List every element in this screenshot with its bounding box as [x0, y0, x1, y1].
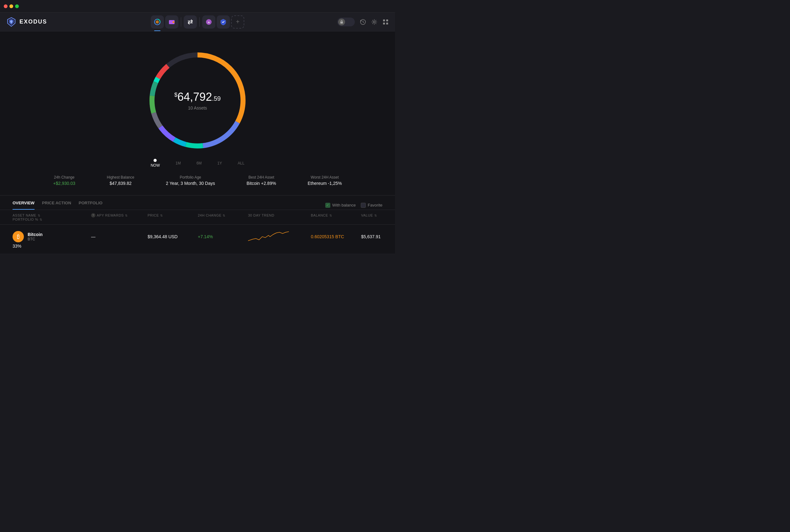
- apy-help-icon[interactable]: ?: [91, 213, 95, 217]
- stat-24h-change: 24h Change +$2,930.03: [53, 175, 75, 186]
- stat-highest-balance: Highest Balance $47,839.82: [107, 175, 134, 186]
- stat-worst-asset: Worst 24H Asset Ethereum -1,25%: [308, 175, 342, 186]
- svg-point-4: [156, 20, 159, 23]
- bitcoin-name: Bitcoin: [27, 232, 42, 237]
- portfolio-section: $64,792.59 10 Assets NOW 1M 6M 1Y ALL: [0, 41, 395, 195]
- gear-icon: [371, 19, 377, 25]
- minimize-window-button[interactable]: [10, 4, 13, 8]
- history-icon: [360, 19, 366, 25]
- th-asset-name[interactable]: ASSET NAME ⇅: [13, 213, 91, 217]
- logo: EXODUS: [6, 17, 47, 27]
- sort-asset-name-icon: ⇅: [38, 214, 40, 217]
- timeline-now[interactable]: NOW: [151, 159, 160, 168]
- th-value[interactable]: VALUE ⇅: [361, 213, 395, 217]
- exchange-icon: [187, 19, 194, 25]
- tab-overview[interactable]: OVERVIEW: [13, 201, 35, 210]
- sort-apy-icon: ⇅: [125, 214, 128, 217]
- donut-chart-container: $64,792.59 10 Assets: [144, 47, 251, 154]
- nav-add-button[interactable]: +: [231, 15, 244, 28]
- stat-24h-change-value: +$2,930.03: [53, 181, 75, 186]
- timeline-label-1y: 1Y: [217, 161, 222, 166]
- nav-exchange-button[interactable]: [184, 15, 197, 28]
- main-content: $64,792.59 10 Assets NOW 1M 6M 1Y ALL: [0, 32, 395, 254]
- app-title: EXODUS: [19, 19, 47, 25]
- timeline-1m[interactable]: 1M: [175, 161, 181, 166]
- donut-center-display: $64,792.59 10 Assets: [174, 90, 221, 111]
- with-balance-label: With balance: [332, 203, 356, 207]
- settings-button[interactable]: [371, 19, 377, 25]
- portfolio-icon: [154, 19, 161, 25]
- svg-text:N: N: [208, 21, 210, 24]
- nav-shield-button[interactable]: [217, 15, 230, 28]
- svg-rect-12: [383, 19, 385, 21]
- lock-icon: [340, 20, 343, 24]
- svg-rect-14: [383, 23, 385, 24]
- favorite-label: Favorite: [368, 203, 382, 207]
- grid-icon: [382, 19, 389, 25]
- nav-right: [337, 18, 389, 26]
- stat-portfolio-age-label: Portfolio Age: [166, 175, 215, 179]
- th-portfolio-pct[interactable]: PORTFOLIO % ⇅: [13, 217, 91, 221]
- timeline-selector: NOW 1M 6M 1Y ALL: [145, 159, 251, 168]
- shield-icon: [220, 19, 227, 25]
- bitcoin-ticker: BTC: [27, 237, 42, 241]
- timeline-all[interactable]: ALL: [238, 161, 244, 166]
- nav-nft-button[interactable]: N: [202, 15, 215, 28]
- history-button[interactable]: [360, 19, 366, 25]
- stat-best-asset-label: Best 24H Asset: [246, 175, 276, 179]
- wallet-icon: [168, 19, 175, 25]
- bitcoin-value: $5,637.91: [361, 234, 395, 239]
- th-balance[interactable]: BALANCE ⇅: [311, 213, 361, 217]
- grid-view-button[interactable]: [382, 19, 389, 25]
- th-apy-rewards[interactable]: ? APY REWARDS ⇅: [91, 213, 148, 217]
- bitcoin-apy: —: [91, 234, 148, 239]
- favorite-checkbox: [361, 203, 366, 208]
- timeline-6m[interactable]: 6M: [196, 161, 202, 166]
- bitcoin-icon: ₿: [13, 231, 24, 242]
- timeline-label-all: ALL: [238, 161, 244, 166]
- stat-highest-balance-value: $47,839.82: [107, 181, 134, 186]
- stat-best-asset-value: Bitcoin +2.89%: [246, 181, 276, 186]
- stat-worst-asset-value: Ethereum -1,25%: [308, 181, 342, 186]
- lock-knob: [338, 19, 345, 25]
- stats-row: 24h Change +$2,930.03 Highest Balance $4…: [25, 175, 370, 186]
- filter-with-balance[interactable]: ✓ With balance: [325, 203, 356, 208]
- maximize-window-button[interactable]: [15, 4, 19, 8]
- sort-value-icon: ⇅: [374, 214, 377, 217]
- bitcoin-name-container: Bitcoin BTC: [27, 232, 42, 241]
- portfolio-assets-count: 10 Assets: [174, 106, 221, 111]
- asset-cell-bitcoin: ₿ Bitcoin BTC: [13, 231, 91, 242]
- tabs-filters: ✓ With balance Favorite: [325, 203, 382, 208]
- tab-portfolio[interactable]: PORTFOLIO: [79, 201, 103, 210]
- timeline-1y[interactable]: 1Y: [217, 161, 222, 166]
- plus-icon: +: [236, 18, 240, 25]
- table-header: ASSET NAME ⇅ ? APY REWARDS ⇅ PRICE ⇅ 24H…: [0, 210, 395, 225]
- th-24h-change[interactable]: 24H CHANGE ⇅: [198, 213, 248, 217]
- bitcoin-balance: 0.60205315 BTC: [311, 234, 361, 239]
- tab-price-action[interactable]: PRICE ACTION: [42, 201, 71, 210]
- stat-portfolio-age: Portfolio Age 2 Year, 3 Month, 30 Days: [166, 175, 215, 186]
- bitcoin-portfolio-pct: 33%: [13, 244, 91, 249]
- timeline-dot-now: [153, 159, 157, 162]
- th-price[interactable]: PRICE ⇅: [148, 213, 198, 217]
- nav-wallet-button[interactable]: [165, 15, 178, 28]
- titlebar: [0, 0, 395, 13]
- bitcoin-24h-change: +7.14%: [198, 234, 248, 239]
- with-balance-checkbox: ✓: [325, 203, 330, 208]
- currency-symbol: $: [174, 92, 177, 98]
- stat-best-asset: Best 24H Asset Bitcoin +2.89%: [246, 175, 276, 186]
- svg-rect-9: [340, 22, 343, 23]
- close-window-button[interactable]: [4, 4, 7, 8]
- sort-price-icon: ⇅: [160, 214, 163, 217]
- nav-portfolio-button[interactable]: [151, 15, 164, 28]
- svg-point-11: [373, 21, 375, 23]
- stat-worst-asset-label: Worst 24H Asset: [308, 175, 342, 179]
- filter-favorite[interactable]: Favorite: [361, 203, 382, 208]
- timeline-label-now: NOW: [151, 163, 160, 168]
- table-row[interactable]: ₿ Bitcoin BTC — $9,364.48 USD +7.14% 0.6…: [0, 225, 395, 254]
- svg-rect-6: [173, 21, 174, 23]
- lock-toggle-button[interactable]: [337, 18, 355, 26]
- svg-rect-13: [386, 19, 388, 21]
- header: EXODUS: [0, 13, 395, 32]
- sort-24h-icon: ⇅: [223, 214, 225, 217]
